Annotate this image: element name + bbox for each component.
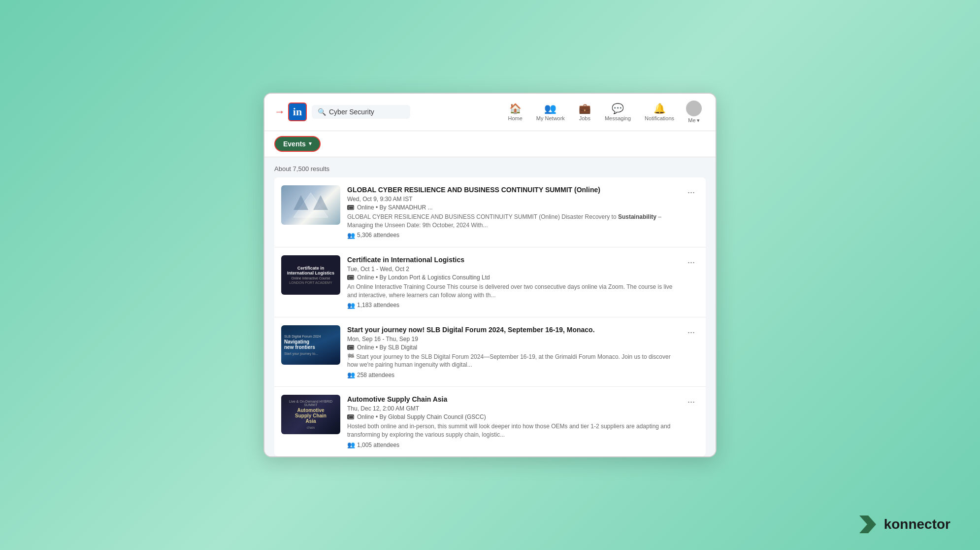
arrow-indicator: → [274, 105, 285, 118]
home-icon: 🏠 [509, 103, 522, 114]
event-desc-2: An Online Interactive Training Course Th… [347, 283, 677, 300]
event-title-4: Automotive Supply Chain Asia [347, 395, 677, 404]
online-icon [347, 205, 354, 210]
event-location-1: Online • By SANMADHUR ... [347, 204, 677, 211]
messaging-label: Messaging [605, 115, 631, 121]
event-location-3: Online • By SLB Digital [347, 344, 677, 351]
event-item-1[interactable]: GLOBAL CYBER RESILIENCE AND BUSINESS CON… [274, 177, 706, 247]
event-thumbnail-1 [281, 185, 340, 225]
more-options-button-4[interactable]: ··· [684, 395, 699, 409]
event-info-1: GLOBAL CYBER RESILIENCE AND BUSINESS CON… [347, 185, 677, 239]
thumb-3-tag: SLB Digital Forum 2024 [284, 335, 321, 338]
event-attendees-2: 👥 1,183 attendees [347, 302, 677, 309]
avatar [686, 101, 702, 116]
event-info-4: Automotive Supply Chain Asia Thu, Dec 12… [347, 395, 677, 448]
online-icon-3 [347, 345, 354, 350]
event-date-1: Wed, Oct 9, 9:30 AM IST [347, 196, 677, 203]
nav-item-jobs[interactable]: 💼 Jobs [573, 101, 597, 123]
event-thumbnail-4: Live & On-Demand HYBRID SUMMIT Automotiv… [281, 395, 340, 434]
page-wrapper: → in 🔍 Cyber Security 🏠 Home 👥 My Networ… [0, 0, 980, 550]
events-filter-button[interactable]: Events ▾ [274, 136, 321, 152]
event-thumbnail-2: Certificate inInternational Logistics On… [281, 255, 340, 295]
more-options-button-1[interactable]: ··· [684, 185, 699, 200]
event-item-4[interactable]: Live & On-Demand HYBRID SUMMIT Automotiv… [274, 387, 706, 456]
event-desc-4: Hosted both online and in-person, this s… [347, 422, 677, 439]
linkedin-logo[interactable]: in [288, 103, 307, 121]
konnector-logo-icon [857, 514, 879, 535]
attendees-icon: 👥 [347, 232, 355, 239]
event-attendees-3: 👥 258 attendees [347, 371, 677, 378]
thumb-2-sub: Online Interactive Course [292, 276, 330, 280]
event-title-2: Certificate in International Logistics [347, 255, 677, 264]
event-thumbnail-3: SLB Digital Forum 2024 Navigatingnew fro… [281, 325, 340, 365]
event-item-2[interactable]: Certificate inInternational Logistics On… [274, 247, 706, 317]
thumb-3-title: Navigatingnew frontiers [284, 339, 315, 350]
attendees-icon-4: 👥 [347, 441, 355, 448]
nav-item-network[interactable]: 👥 My Network [530, 101, 571, 123]
event-location-4: Online • By Global Supply Chain Council … [347, 413, 677, 420]
online-icon-2 [347, 275, 354, 280]
event-title-1: GLOBAL CYBER RESILIENCE AND BUSINESS CON… [347, 185, 677, 194]
more-options-button-2[interactable]: ··· [684, 255, 699, 270]
event-info-2: Certificate in International Logistics T… [347, 255, 677, 309]
attendees-icon-3: 👥 [347, 371, 355, 378]
filter-bar: Events ▾ [264, 131, 716, 157]
nav-item-me[interactable]: Me ▾ [682, 99, 706, 126]
network-label: My Network [536, 115, 565, 121]
nav-item-home[interactable]: 🏠 Home [502, 101, 528, 123]
chevron-down-icon: ▾ [309, 140, 312, 147]
events-btn-label: Events [283, 140, 306, 148]
notifications-icon: 🔔 [653, 103, 666, 114]
thumb-2-title: Certificate inInternational Logistics [287, 266, 334, 275]
event-attendees-4: 👥 1,005 attendees [347, 441, 677, 448]
navbar: → in 🔍 Cyber Security 🏠 Home 👥 My Networ… [264, 94, 716, 131]
notifications-label: Notifications [645, 115, 674, 121]
search-icon: 🔍 [318, 108, 326, 116]
more-options-button-3[interactable]: ··· [684, 325, 699, 340]
thumb-4-title: AutomotiveSupply ChainAsia [295, 408, 327, 424]
branding-area: konnector [857, 514, 950, 535]
network-icon: 👥 [544, 103, 556, 114]
nav-icons: 🏠 Home 👥 My Network 💼 Jobs 💬 Messaging 🔔 [502, 99, 706, 126]
jobs-icon: 💼 [579, 103, 591, 114]
event-attendees-1: 👥 5,306 attendees [347, 232, 677, 239]
event-date-2: Tue, Oct 1 - Wed, Oct 2 [347, 266, 677, 273]
event-item-3[interactable]: SLB Digital Forum 2024 Navigatingnew fro… [274, 317, 706, 387]
messaging-icon: 💬 [612, 103, 624, 114]
event-location-2: Online • By London Port & Logistics Cons… [347, 274, 677, 281]
content-area: About 7,500 results G [264, 157, 716, 456]
home-label: Home [508, 115, 522, 121]
logo-area: → in [274, 103, 307, 121]
nav-item-notifications[interactable]: 🔔 Notifications [639, 101, 680, 123]
events-list: GLOBAL CYBER RESILIENCE AND BUSINESS CON… [274, 177, 706, 456]
me-label: Me ▾ [688, 117, 699, 124]
konnector-brand-name: konnector [884, 516, 950, 532]
event-date-4: Thu, Dec 12, 2:00 AM GMT [347, 405, 677, 412]
event-title-3: Start your journey now! SLB Digital Foru… [347, 325, 677, 334]
results-count: About 7,500 results [274, 165, 706, 172]
search-input[interactable]: Cyber Security [329, 108, 374, 116]
online-icon-4 [347, 414, 354, 419]
event-info-3: Start your journey now! SLB Digital Foru… [347, 325, 677, 379]
attendees-icon-2: 👥 [347, 302, 355, 309]
event-desc-3: 🏁 Start your journey to the SLB Digital … [347, 353, 677, 370]
browser-window: → in 🔍 Cyber Security 🏠 Home 👥 My Networ… [263, 93, 717, 457]
event-date-3: Mon, Sep 16 - Thu, Sep 19 [347, 336, 677, 343]
event-desc-1: GLOBAL CYBER RESILIENCE AND BUSINESS CON… [347, 213, 677, 230]
search-bar[interactable]: 🔍 Cyber Security [312, 105, 410, 119]
jobs-label: Jobs [579, 115, 590, 121]
nav-item-messaging[interactable]: 💬 Messaging [599, 101, 637, 123]
